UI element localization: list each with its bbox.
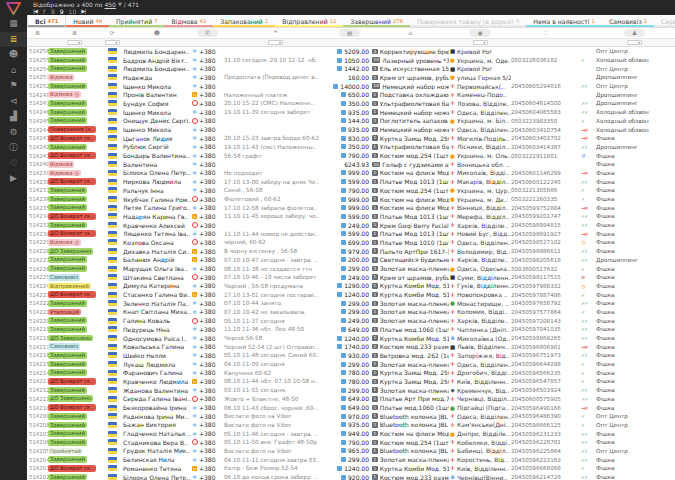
address-column-icon[interactable]: ◉	[469, 29, 490, 37]
status-badge[interactable]: Самовивіз	[48, 343, 80, 350]
tracking-number[interactable]: 0503221305886	[511, 187, 557, 193]
status-column-icon[interactable]: ≣	[72, 29, 77, 37]
status-badge[interactable]: ДО Возврат ск..	[48, 135, 96, 142]
order-row-514227[interactable]: 514227ЗавершенийБаланюк Андрійlc+38007.1…	[27, 256, 675, 265]
phone-number[interactable]: +380	[199, 91, 215, 98]
tracking-number[interactable]: 0503226036182	[511, 57, 557, 63]
tracking-number[interactable]: 20450597208143	[511, 318, 561, 324]
sidebar-item-products-icon[interactable]: ⚑	[0, 78, 27, 94]
status-badge[interactable]: Завершений	[48, 83, 87, 90]
tracking-number[interactable]: 20450598869265	[511, 335, 561, 341]
phone-number[interactable]: +380	[199, 48, 215, 55]
order-row-514255[interactable]: 514255ЗавершенийБадров Андрій Вікт..✳+38…	[27, 56, 675, 65]
phone-number[interactable]: +380	[199, 57, 215, 64]
product-column-icon[interactable]: ⌂	[409, 29, 413, 37]
tracking-number[interactable]: 20450600575905	[511, 396, 561, 402]
order-row-514208[interactable]: 514208ЗавершенийБажан Виктория✳+380Висла…	[27, 421, 675, 430]
order-row-514213[interactable]: 514213ДО Возврат ск..Кравченко Людмилаlc…	[27, 377, 675, 386]
order-row-514242[interactable]: 514242ЗавершенийРублюк Сергій✳+38019.10 …	[27, 143, 675, 152]
phone-number[interactable]: +380	[199, 213, 215, 220]
status-badge[interactable]: Завершений	[48, 144, 87, 151]
status-badge[interactable]: ДО Возврат ск..	[48, 291, 96, 298]
order-row-514210[interactable]: 514210ДО Возврат ск..Безкоровайна Ірина✳…	[27, 403, 675, 412]
tracking-number[interactable]: 20450596490166	[511, 405, 561, 411]
phone-number[interactable]: +380	[199, 326, 215, 333]
phone-number[interactable]: +380	[199, 343, 215, 350]
order-row-514205[interactable]: 514205ПрийнятийГрудок Наталія Мик..✳+380…	[27, 447, 675, 456]
phone-number[interactable]: +380	[199, 83, 215, 90]
tracking-number[interactable]: 20450601146299	[511, 170, 561, 176]
status-badge[interactable]: Завершений	[48, 361, 87, 368]
tracking-number[interactable]: 20450596751973	[511, 352, 561, 358]
tracking-number[interactable]: 20450600122245	[511, 179, 561, 185]
order-row-514231[interactable]: 514231ЗавершенийКравченко Алексей+380249…	[27, 221, 675, 230]
status-badge[interactable]: Завершений	[48, 65, 87, 72]
order-row-514237[interactable]: 514237ЗавершенийРальчук Інна✳+380Синій ,…	[27, 186, 675, 195]
order-row-514252[interactable]: 514252ЗавершенийІщенко Микола✳+38014000.…	[27, 82, 675, 91]
order-row-514226[interactable]: 514226ЗавершенийМарущак Ольга Іва..✳+380…	[27, 264, 675, 273]
status-badge[interactable]: ДО Возврат ск..	[48, 230, 96, 237]
status-badge[interactable]: Завершений	[48, 430, 87, 437]
status-badge[interactable]: ДО Завершено	[48, 335, 93, 342]
phone-number[interactable]: +380	[199, 282, 215, 289]
status-badge[interactable]: Завершений	[48, 204, 87, 211]
tracking-number[interactable]: 20450603410754	[511, 127, 561, 133]
order-row-514203[interactable]: 514203ДО Возврат ск..Романенко Тетянаlc+…	[27, 464, 675, 473]
status-filter-select[interactable]: ▾	[67, 40, 82, 45]
tracking-number[interactable]: 20450596223163	[511, 457, 561, 463]
order-row-514221[interactable]: 514221УтилізаціяКнап Світлана Миха..✳+38…	[27, 308, 675, 317]
order-row-514229[interactable]: 514229Відмова◷Козлова Оксана+380чорний, …	[27, 238, 675, 247]
phone-number[interactable]: +380	[199, 169, 215, 176]
phone-number[interactable]: +380	[199, 239, 215, 246]
tracking-number[interactable]: 20450597041035	[511, 326, 561, 332]
order-row-514207[interactable]: 514207ЗавершенийГладченко Наталья ..✳+38…	[27, 429, 675, 438]
tracking-number[interactable]: 20450596225864	[511, 448, 561, 454]
status-badge[interactable]: Відмова	[48, 161, 74, 168]
sidebar-item-video-icon[interactable]: ▶	[0, 171, 27, 187]
tracking-number[interactable]: 20450596806901	[511, 344, 561, 350]
order-row-514224[interactable]: 514224ВідправленийДимула Катерина✳+380Чо…	[27, 282, 675, 291]
phone-number[interactable]: +380	[199, 117, 215, 124]
tab-7[interactable]: Завершений278	[343, 15, 410, 27]
sidebar-item-settings-icon[interactable]: ⚙	[0, 125, 27, 141]
status-badge[interactable]: Відмова◷	[48, 239, 81, 246]
range-dropdown-caret[interactable]: ▼	[118, 1, 122, 8]
phone-number[interactable]: +380	[199, 335, 215, 342]
sidebar-item-info-icon[interactable]: ⓘ	[0, 140, 27, 156]
phone-number[interactable]: +380	[199, 100, 215, 107]
phone-number[interactable]: +380	[199, 248, 215, 255]
id-column-icon[interactable]: ≣	[35, 29, 40, 37]
phone-column-icon[interactable]: ✆	[197, 29, 218, 37]
tracking-column-icon[interactable]: ∷	[544, 29, 548, 37]
client-column-icon[interactable]: ☻	[154, 29, 160, 37]
status-badge[interactable]: ДО Завершено	[48, 248, 93, 255]
order-row-514202[interactable]: 514202ЗавершенийБілоока Олена Петр..✳+38…	[27, 473, 675, 480]
phone-number[interactable]: +380	[199, 256, 215, 263]
country-column-icon[interactable]: ⟳	[109, 29, 114, 37]
app-logo-icon[interactable]	[0, 0, 27, 16]
phone-number[interactable]: +380	[199, 222, 215, 229]
status-badge[interactable]: Завершений	[48, 109, 87, 116]
sidebar-item-health-icon[interactable]: ♡	[0, 156, 27, 172]
tracking-number[interactable]: 0503221260335	[511, 196, 557, 202]
status-badge[interactable]: Завершений	[48, 413, 87, 420]
tab-10[interactable]: Самовивіз2	[602, 15, 654, 27]
phone-number[interactable]: +380	[199, 352, 215, 359]
country-filter-select[interactable]: ▾	[105, 40, 120, 45]
phone-number[interactable]: +380	[199, 274, 215, 281]
phone-number[interactable]: +380	[199, 109, 215, 116]
phone-number[interactable]: +380	[199, 161, 215, 168]
status-badge[interactable]: Самовивіз	[48, 274, 80, 281]
order-row-514222[interactable]: 514222ЗавершенийЗеленко Наталія Па..✳+38…	[27, 299, 675, 308]
tab-9[interactable]: Нема в наявності1	[526, 15, 602, 27]
tag-filter-select[interactable]: ▾	[627, 40, 642, 45]
status-badge[interactable]: Завершений	[48, 117, 87, 124]
sidebar-item-orders-icon[interactable]: ≣	[0, 32, 27, 48]
tracking-number[interactable]: 20450596668068	[511, 465, 561, 471]
tracking-number[interactable]: 20450596486390	[511, 413, 561, 419]
order-row-514253[interactable]: 514253ВідмоваНадежда✳+380Предоплата (Пер…	[27, 73, 675, 82]
tracking-number[interactable]: 20450603414387	[511, 144, 561, 150]
order-row-514239[interactable]: 514239Відмова◷Білоока Олена Петр..✳+380Н…	[27, 169, 675, 178]
order-row-514235[interactable]: 514235ЗавершенийЛетяк Галина Григо..✳+38…	[27, 203, 675, 212]
tracking-number[interactable]: 20450598691927	[511, 231, 561, 237]
